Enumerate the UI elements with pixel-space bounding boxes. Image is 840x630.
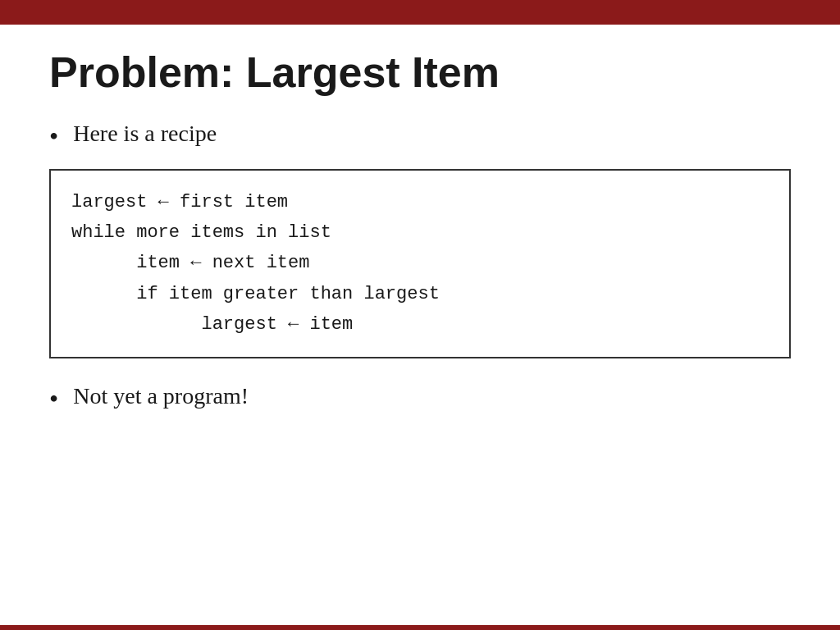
bullet-list-2: • Not yet a program!	[49, 383, 791, 414]
code-line-2: while more items in list	[71, 217, 769, 248]
bullet-dot-1: •	[49, 121, 58, 152]
top-bar	[0, 0, 840, 25]
bullet-item-recipe: • Here is a recipe	[49, 121, 791, 152]
bullet-item-program: • Not yet a program!	[49, 383, 791, 414]
code-line-5: largest ← item	[71, 309, 769, 340]
code-line-1: largest ← first item	[71, 187, 769, 217]
code-box: largest ← first item while more items in…	[49, 169, 791, 358]
code-line-3: item ← next item	[71, 248, 769, 278]
bullet-dot-2: •	[49, 383, 58, 414]
bullet-list: • Here is a recipe	[49, 121, 791, 152]
bullet-text-program: Not yet a program!	[73, 383, 249, 409]
code-line-4: if item greater than largest	[71, 279, 769, 309]
bottom-bar	[0, 625, 840, 630]
slide-content: Problem: Largest Item • Here is a recipe…	[0, 25, 840, 455]
slide-title: Problem: Largest Item	[49, 49, 791, 96]
bullet-text-recipe: Here is a recipe	[73, 121, 217, 147]
